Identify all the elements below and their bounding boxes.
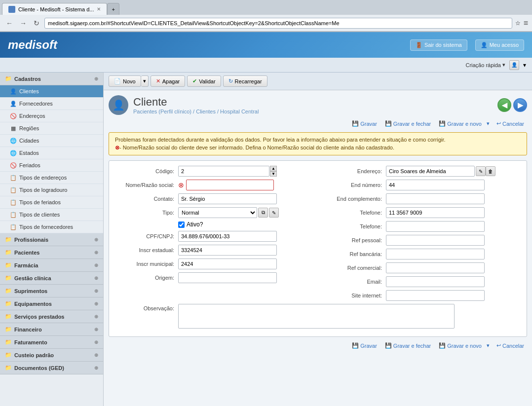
bottom-gravar-button[interactable]: 💾 Gravar	[349, 341, 380, 350]
breadcrumb-clientes-link[interactable]: Clientes	[196, 109, 216, 114]
sidebar-item-fornecedores[interactable]: 👤 Fornecedores	[0, 98, 103, 110]
breadcrumb-patients-link[interactable]: Pacientes (Perfil clínico)	[133, 109, 191, 114]
bottom-gravar-novo-dropdown[interactable]: ▾	[485, 341, 492, 350]
ativo-checkbox[interactable]	[178, 221, 185, 228]
sidebar-item-feriados[interactable]: 🚫 Feriados	[0, 159, 103, 172]
validar-button[interactable]: ✔ Validar	[187, 75, 221, 87]
sidebar-section-gestao[interactable]: 📁 Gestão clínica ⊕	[0, 272, 103, 285]
creation-rapida-btn[interactable]: Criação rápida ▾	[465, 62, 505, 68]
tipo-copy-btn[interactable]: ⧉	[258, 208, 268, 218]
sidebar-item-tipos-fornecedores[interactable]: 📋 Tipos de fornecedores	[0, 221, 103, 233]
gravar-fechar-button[interactable]: 💾 Gravar e fechar	[382, 119, 434, 128]
site-label: Site internet:	[322, 293, 386, 298]
endereco-edit-btn[interactable]: ✎	[476, 166, 486, 176]
next-record-button[interactable]: ▶	[513, 98, 527, 112]
ref-comercial-input[interactable]	[386, 262, 485, 273]
gravar-icon: 💾	[352, 120, 359, 127]
forward-button[interactable]: →	[18, 18, 29, 28]
end-numero-input[interactable]	[386, 180, 485, 190]
sidebar-item-regioes[interactable]: ▦ Regiões	[0, 122, 103, 135]
my-access-button[interactable]: 👤 Meu acesso	[475, 39, 524, 51]
sidebar-section-servicos[interactable]: 📁 Serviços prestados ⊕	[0, 310, 103, 323]
exit-button[interactable]: 🚪 Sair do sistema	[410, 39, 467, 51]
novo-dropdown-button[interactable]: ▾	[141, 75, 149, 87]
end-complemento-input[interactable]	[386, 193, 485, 204]
form-section: Código: ▲ ▼ Nome/Razão social	[109, 160, 527, 337]
sidebar-section-documentos[interactable]: 📁 Documentos (GED) ⊕	[0, 362, 103, 374]
form-row-inscr-estadual: Inscr estadual:	[114, 245, 314, 256]
validar-icon: ✔	[192, 78, 197, 84]
nome-input[interactable]	[186, 180, 274, 190]
obs-textarea[interactable]	[178, 304, 455, 329]
refresh-button[interactable]: ↻	[32, 18, 41, 28]
user-icon: 👤	[481, 42, 488, 48]
ref-pessoal-input[interactable]	[386, 235, 485, 246]
bottom-action-bar: 💾 Gravar 💾 Gravar e fechar 💾 Gravar e no…	[109, 341, 527, 350]
sidebar-item-tipos-logradouro[interactable]: 📋 Tipos de logradouro	[0, 184, 103, 196]
folder-icon: 📁	[5, 75, 12, 82]
browser-menu-button[interactable]: ≡	[524, 19, 528, 28]
endereco-clear-btn[interactable]: 🗑	[486, 166, 495, 176]
bottom-gravar-fechar-button[interactable]: 💾 Gravar e fechar	[382, 341, 434, 350]
sidebar-section-profissionais[interactable]: 📁 Profissionais ⊕	[0, 233, 103, 246]
sidebar-item-estados[interactable]: 🌐 Estados	[0, 147, 103, 159]
prev-record-button[interactable]: ◀	[497, 98, 511, 112]
apagar-icon: ✕	[156, 78, 160, 84]
sidebar-item-enderecos[interactable]: 🚫 Endereços	[0, 110, 103, 122]
url-bar[interactable]	[44, 18, 512, 29]
back-button[interactable]: ←	[4, 18, 15, 28]
sidebar-section-suprimentos[interactable]: 📁 Suprimentos ⊕	[0, 285, 103, 297]
sidebar-section-faturamento[interactable]: 📁 Faturamento ⊕	[0, 336, 103, 349]
sidebar-item-tipos-feriados[interactable]: 📋 Tipos de feriados	[0, 196, 103, 209]
user-profile-btn[interactable]: 👤	[509, 60, 519, 70]
ref-bancaria-input[interactable]	[386, 249, 485, 259]
sidebar-item-tipos-enderecos[interactable]: 📋 Tipos de endereços	[0, 172, 103, 184]
inscr-municipal-input[interactable]	[178, 258, 277, 269]
bottom-cancelar-button[interactable]: ↩ Cancelar	[494, 341, 527, 350]
inscr-estadual-input[interactable]	[178, 245, 277, 256]
tipo-select[interactable]: Normal Jurídico Físico	[178, 207, 257, 218]
sidebar-item-cidades[interactable]: 🌐 Cidades	[0, 135, 103, 147]
bottom-cancelar-icon: ↩	[496, 342, 501, 349]
cpf-input[interactable]	[178, 231, 277, 242]
sidebar-section-pacientes[interactable]: 📁 Pacientes ⊕	[0, 246, 103, 259]
endereco-input[interactable]	[386, 166, 475, 177]
site-input[interactable]	[386, 290, 485, 301]
sidebar-section-header-cadastros[interactable]: 📁 Cadastros ⊕	[0, 73, 103, 85]
folder-pacientes-icon: 📁	[5, 249, 12, 256]
tipo-edit-btn[interactable]: ✎	[269, 208, 279, 218]
folder-financeiro-icon: 📁	[5, 326, 12, 332]
sidebar-section-financeiro[interactable]: 📁 Financeiro ⊕	[0, 323, 103, 336]
contato-input[interactable]	[178, 193, 277, 204]
form-row-endereco: Endereço: ✎ 🗑	[322, 166, 522, 177]
gravar-novo-dropdown[interactable]: ▾	[485, 119, 492, 128]
gravar-novo-button[interactable]: 💾 Gravar e novo	[436, 119, 485, 128]
sidebar-section-custeio[interactable]: 📁 Custeio padrão ⊕	[0, 349, 103, 362]
gravar-button[interactable]: 💾 Gravar	[349, 119, 380, 128]
novo-button[interactable]: 📄 Novo	[109, 75, 141, 87]
error-icon: ⊗	[115, 145, 119, 151]
sidebar-item-clientes[interactable]: 👤 Clientes	[0, 85, 103, 98]
recarregar-button[interactable]: ↻ Recarregar	[223, 75, 267, 87]
telefone2-input[interactable]	[386, 221, 485, 232]
tab-close-btn[interactable]: ✕	[97, 6, 101, 12]
apagar-button[interactable]: ✕ Apagar	[151, 75, 185, 87]
sidebar-section-farmacia[interactable]: 📁 Farmácia ⊕	[0, 259, 103, 272]
bottom-gravar-novo-button[interactable]: 💾 Gravar e novo	[436, 341, 485, 350]
new-tab-btn[interactable]: +	[107, 3, 119, 15]
expand-gestao-icon: ⊕	[94, 275, 98, 281]
sidebar-section-title-cadastros: Cadastros	[14, 76, 41, 82]
browser-tab[interactable]: Cliente - Medisoft - Sistema d... ✕	[2, 3, 107, 15]
sidebar-item-tipos-clientes[interactable]: 📋 Tipos de clientes	[0, 209, 103, 221]
exit-icon: 🚪	[416, 42, 422, 48]
telefone1-input[interactable]	[386, 207, 485, 218]
sidebar-section-equipamentos[interactable]: 📁 Equipamentos ⊕	[0, 297, 103, 310]
cancelar-button[interactable]: ↩ Cancelar	[494, 119, 527, 128]
folder-gestao-icon: 📁	[5, 275, 12, 281]
form-row-cpf: CPF/CNPJ:	[114, 231, 314, 242]
codigo-input[interactable]	[178, 166, 269, 177]
email-input[interactable]	[386, 276, 485, 287]
codigo-up-btn[interactable]: ▲	[270, 166, 277, 171]
origem-input[interactable]	[178, 272, 277, 283]
codigo-down-btn[interactable]: ▼	[270, 171, 277, 177]
